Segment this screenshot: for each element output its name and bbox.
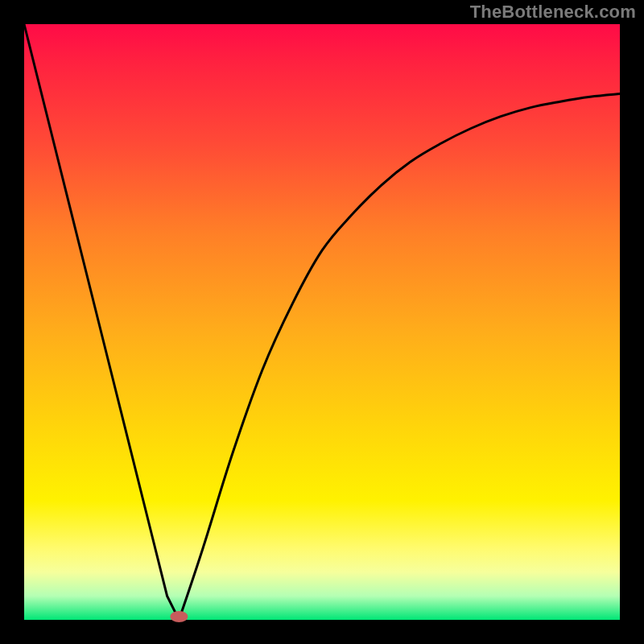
curve-svg [24, 24, 620, 620]
optimal-marker [170, 611, 188, 622]
chart-frame: TheBottleneck.com [0, 0, 644, 644]
plot-area [24, 24, 620, 620]
watermark-text: TheBottleneck.com [470, 2, 636, 23]
bottleneck-curve-path [24, 24, 620, 620]
